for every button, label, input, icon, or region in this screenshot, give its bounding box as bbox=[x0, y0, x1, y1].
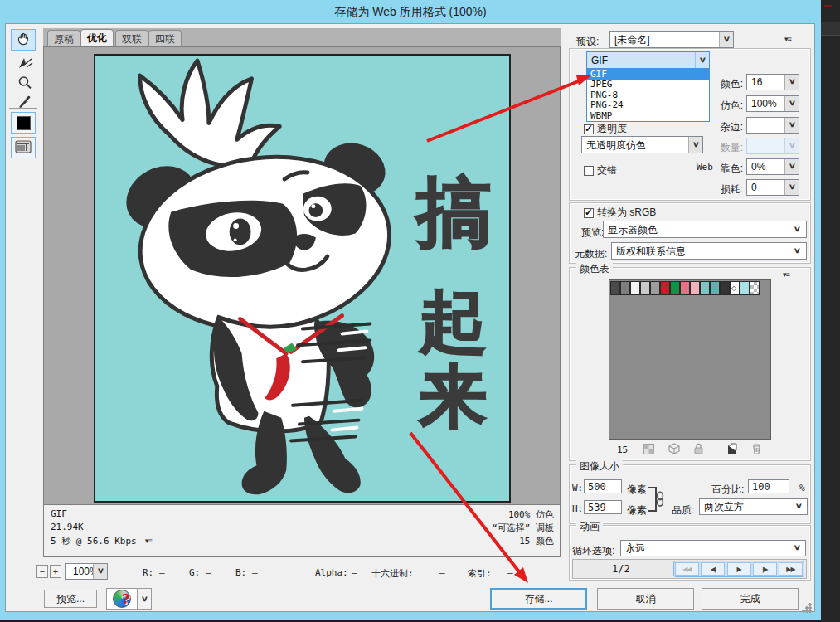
matte-select[interactable]: ∨ bbox=[746, 117, 799, 134]
color-swatch[interactable] bbox=[660, 281, 670, 295]
browser-select-dropdown[interactable]: ∨ bbox=[137, 588, 152, 610]
lossy-select[interactable]: 0 ∨ bbox=[746, 179, 799, 196]
color-count: 15 bbox=[617, 445, 628, 455]
color-swatch[interactable] bbox=[690, 281, 700, 295]
preview-mode-select[interactable]: 显示器颜色 ∨ bbox=[603, 221, 807, 238]
tab-original[interactable]: 原稿 bbox=[47, 30, 80, 46]
color-swatch[interactable] bbox=[740, 281, 750, 295]
tab-2up[interactable]: 双联 bbox=[115, 30, 148, 46]
metadata-value: 版权和联系信息 bbox=[616, 244, 686, 258]
colors-select[interactable]: 16 ∨ bbox=[746, 74, 799, 90]
quality-label: 品质: bbox=[672, 503, 694, 518]
color-swatch-row: ◇ bbox=[610, 281, 760, 295]
width-label: W: bbox=[572, 483, 583, 493]
next-frame-button[interactable]: |▶ bbox=[753, 562, 777, 576]
resize-grip[interactable] bbox=[801, 602, 813, 614]
color-swatch[interactable] bbox=[670, 281, 680, 295]
web-snap-select[interactable]: 0% ∨ bbox=[746, 158, 799, 175]
play-button[interactable]: ▶ bbox=[727, 562, 751, 576]
color-swatch[interactable] bbox=[700, 281, 710, 295]
transparency-checkbox[interactable]: ✓ bbox=[584, 124, 594, 134]
dither-dropdown-button[interactable]: ∨ bbox=[784, 96, 799, 111]
toggle-slices-button[interactable] bbox=[11, 137, 36, 158]
browser-preview-button[interactable]: ? bbox=[106, 588, 138, 610]
width-input[interactable]: 500 bbox=[584, 479, 622, 493]
format-select[interactable]: GIF ∨ bbox=[586, 51, 710, 69]
color-swatch[interactable] bbox=[640, 281, 650, 295]
quality-value: 两次立方 bbox=[704, 500, 744, 514]
cancel-button[interactable]: 取消 bbox=[597, 588, 694, 610]
transparency-checkbox-row[interactable]: ✓ 透明度 bbox=[584, 122, 627, 136]
color-swatch-selected[interactable]: ◇ bbox=[730, 281, 740, 295]
preset-dropdown-button[interactable]: ∨ bbox=[719, 32, 733, 47]
done-button[interactable]: 完成 bbox=[702, 588, 799, 610]
height-input[interactable]: 539 bbox=[584, 500, 622, 514]
lock-color-icon[interactable] bbox=[693, 443, 704, 457]
preview-in-browser-button[interactable]: 预览... bbox=[44, 590, 97, 608]
first-frame-button[interactable]: ◀◀ bbox=[675, 562, 699, 576]
save-button[interactable]: 存储... bbox=[490, 588, 587, 610]
color-swatch[interactable] bbox=[680, 281, 690, 295]
metadata-select[interactable]: 版权和联系信息 ∨ bbox=[611, 242, 807, 260]
zoom-in-button[interactable]: + bbox=[50, 565, 61, 578]
status-colors: 15 颜色 bbox=[519, 535, 554, 547]
color-swatch[interactable] bbox=[720, 281, 730, 295]
format-option-png24[interactable]: PNG-24 bbox=[587, 100, 709, 110]
download-rate-menu-icon[interactable]: ▾≡ bbox=[145, 537, 152, 545]
preview-mode-label: 预览: bbox=[581, 226, 604, 240]
color-table[interactable]: ◇ bbox=[609, 279, 771, 440]
zoom-out-button[interactable]: − bbox=[36, 565, 48, 578]
delete-color-icon[interactable] bbox=[751, 443, 762, 457]
percent-unit: % bbox=[799, 483, 805, 493]
preset-select[interactable]: [未命名] ∨ bbox=[609, 31, 734, 48]
colors-dropdown-button[interactable]: ∨ bbox=[784, 75, 799, 90]
optimize-menu-icon[interactable]: ▾≡ bbox=[784, 35, 791, 43]
new-color-icon[interactable] bbox=[726, 443, 738, 457]
g-value: — bbox=[206, 567, 211, 578]
zoom-level-select[interactable]: 100% ∨ bbox=[65, 563, 108, 580]
interlaced-checkbox[interactable] bbox=[584, 166, 594, 176]
matte-dropdown-button[interactable]: ∨ bbox=[784, 118, 799, 133]
percent-label: 百分比: bbox=[711, 483, 744, 497]
color-swatch[interactable] bbox=[610, 281, 620, 295]
quality-select[interactable]: 两次立方 ∨ bbox=[699, 498, 808, 515]
loop-options-select[interactable]: 永远 ∨ bbox=[620, 540, 806, 556]
color-swatch[interactable] bbox=[630, 281, 640, 295]
web-snap-dropdown-button[interactable]: ∨ bbox=[784, 159, 799, 174]
web-shift-cube-icon[interactable] bbox=[668, 443, 680, 457]
matte-label: 杂边: bbox=[688, 120, 743, 134]
transparency-dither-dropdown-button[interactable]: ∨ bbox=[688, 137, 702, 153]
color-swatch[interactable] bbox=[710, 281, 720, 295]
alpha-value: — bbox=[352, 567, 357, 578]
color-swatch[interactable] bbox=[650, 281, 660, 295]
transparency-swatch[interactable] bbox=[750, 281, 760, 295]
eyedropper-color-swatch[interactable] bbox=[11, 112, 36, 134]
srgb-checkbox-row[interactable]: ✓ 转换为 sRGB bbox=[584, 206, 656, 220]
color-table-menu-icon[interactable]: ▾≡ bbox=[783, 270, 789, 279]
last-frame-button[interactable]: ▶▶ bbox=[779, 562, 803, 576]
format-option-wbmp[interactable]: WBMP bbox=[587, 111, 709, 121]
transparency-map-icon[interactable] bbox=[643, 444, 654, 457]
preview-tabstrip: 原稿 优化 双联 四联 bbox=[43, 28, 561, 46]
tab-optimized[interactable]: 优化 bbox=[80, 29, 114, 46]
transparency-dither-select[interactable]: 无透明度仿色 ∨ bbox=[581, 136, 703, 153]
chevron-down-icon: ∨ bbox=[699, 56, 706, 64]
hand-tool-button[interactable] bbox=[11, 29, 36, 51]
slice-select-tool-button[interactable] bbox=[12, 53, 37, 75]
zoom-level-dropdown-button[interactable]: ∨ bbox=[93, 564, 107, 579]
previous-frame-button[interactable]: ◀| bbox=[701, 562, 725, 576]
format-dropdown-button[interactable]: ∨ bbox=[695, 52, 709, 68]
lossy-dropdown-button[interactable]: ∨ bbox=[784, 180, 799, 195]
check-icon: ✓ bbox=[585, 207, 593, 218]
tab-4up[interactable]: 四联 bbox=[148, 30, 182, 46]
srgb-checkbox[interactable]: ✓ bbox=[584, 208, 594, 218]
interlaced-checkbox-row[interactable]: 交错 bbox=[584, 163, 617, 177]
percent-input[interactable]: 100 bbox=[748, 479, 789, 493]
format-option-jpeg[interactable]: JPEG bbox=[587, 80, 709, 90]
toolbar-divider bbox=[9, 108, 37, 109]
color-swatch[interactable] bbox=[620, 281, 630, 295]
optimized-image-preview[interactable]: 搞 起 来 bbox=[94, 54, 511, 503]
dialog-title: 存储为 Web 所用格式 (100%) bbox=[0, 0, 821, 23]
eyedropper-tool-button[interactable] bbox=[12, 91, 37, 113]
dither-select[interactable]: 100% ∨ bbox=[746, 95, 799, 112]
